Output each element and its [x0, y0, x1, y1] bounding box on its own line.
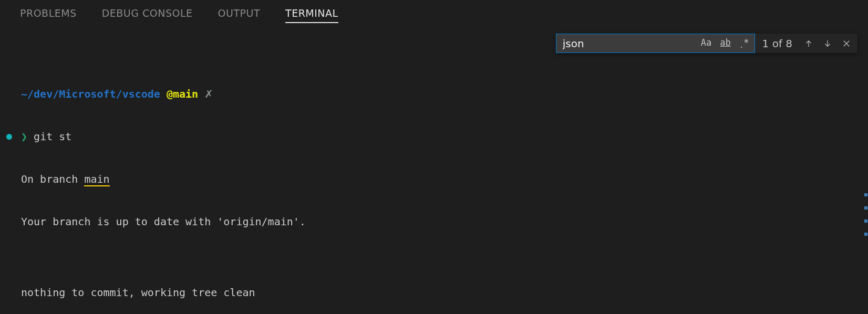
command-decoration — [6, 87, 21, 101]
output-text: Your branch is up to date with 'origin/m… — [21, 215, 868, 229]
find-match-count: 1 of 8 — [762, 37, 792, 50]
panel-tabs: PROBLEMS DEBUG CONSOLE OUTPUT TERMINAL — [0, 0, 868, 30]
find-next-button[interactable] — [822, 38, 833, 49]
find-prev-button[interactable] — [803, 38, 814, 49]
command-marker-icon[interactable] — [6, 134, 12, 140]
find-close-button[interactable] — [841, 38, 852, 49]
dirty-indicator: ✗ — [204, 88, 213, 100]
prompt-char: ❯ — [21, 130, 27, 143]
match-case-toggle[interactable]: Aa — [699, 36, 714, 50]
command-text: git st — [34, 130, 71, 143]
output-text: On branch — [21, 173, 84, 185]
terminal-find-widget: Aa ab .* 1 of 8 — [556, 34, 857, 53]
tab-problems[interactable]: PROBLEMS — [20, 7, 77, 23]
tab-debug-console[interactable]: DEBUG CONSOLE — [102, 7, 193, 23]
find-input[interactable] — [562, 37, 695, 50]
tab-output[interactable]: OUTPUT — [218, 7, 260, 23]
terminal-view[interactable]: ~/dev/Microsoft/vscode @main ✗ ❯ git st … — [0, 30, 868, 314]
overview-ruler — [864, 30, 867, 314]
cwd: ~/dev/Microsoft/vscode — [21, 88, 160, 100]
branch-name: @main — [167, 88, 198, 100]
tab-terminal[interactable]: TERMINAL — [285, 7, 338, 23]
branch-link[interactable]: main — [84, 173, 109, 185]
find-input-wrap: Aa ab .* — [556, 34, 755, 53]
regex-toggle[interactable]: .* — [737, 36, 751, 50]
whole-word-toggle[interactable]: ab — [718, 36, 732, 50]
output-text: nothing to commit, working tree clean — [21, 286, 868, 300]
